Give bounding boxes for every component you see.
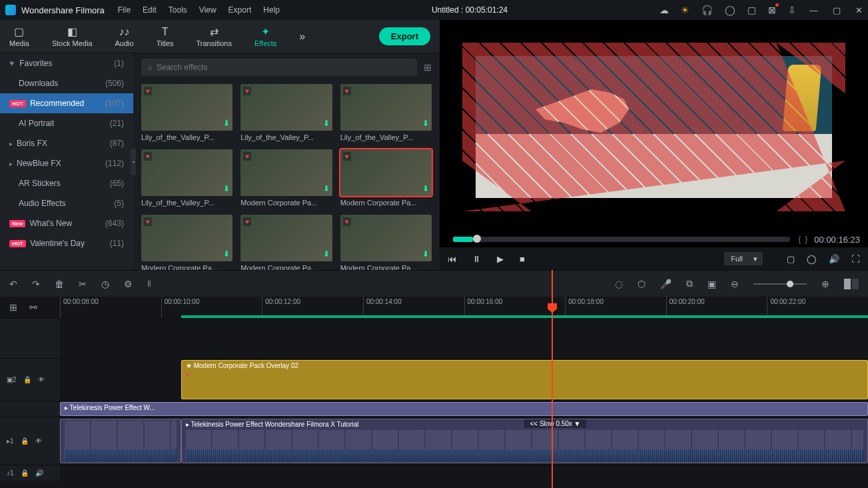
grid-view-icon[interactable]: ⊞ — [424, 62, 432, 73]
download-icon[interactable]: ⬇ — [323, 249, 330, 259]
sidebar-item-ai-portrait[interactable]: AI Portrait(21) — [0, 113, 133, 133]
v1-pre-clip[interactable] — [60, 419, 181, 463]
menu-help[interactable]: Help — [263, 5, 280, 15]
sun-icon[interactable]: ☀ — [681, 5, 689, 15]
tab-more[interactable]: » — [299, 31, 305, 43]
sidebar-item-audio-effects[interactable]: Audio Effects(5) — [0, 193, 133, 213]
asset-item[interactable]: ♥⬇Lily_of_the_Valley_P... — [141, 149, 232, 207]
tab-transitions[interactable]: ⇄Transitions — [197, 25, 232, 47]
undo-button[interactable]: ↶ — [9, 279, 17, 289]
download-icon[interactable]: ⬇ — [422, 119, 429, 128]
adjust-button[interactable]: ⚙ — [124, 279, 133, 289]
asset-item[interactable]: ♥⬇Modern Corporate Pa... — [340, 149, 432, 207]
asset-thumbnail[interactable]: ♥⬇ — [141, 149, 232, 196]
user-icon[interactable]: ◯ — [725, 5, 735, 15]
heart-icon[interactable]: ♥ — [144, 217, 152, 226]
sidebar-item-what-s-new[interactable]: NewWhat's New(643) — [0, 213, 133, 233]
heart-icon[interactable]: ♥ — [343, 217, 351, 226]
zoom-in-button[interactable]: ⊕ — [821, 279, 829, 289]
sidebar-item-downloads[interactable]: Downloads(506) — [0, 73, 133, 93]
download-icon[interactable]: ⬇ — [323, 119, 330, 128]
menu-export[interactable]: Export — [228, 5, 252, 15]
asset-thumbnail[interactable]: ♥⬇ — [340, 149, 432, 196]
display-icon[interactable]: ▢ — [787, 254, 795, 264]
speaker-icon[interactable]: 🔊 — [35, 469, 43, 477]
stop-button[interactable]: ■ — [520, 254, 525, 264]
record-icon[interactable]: 🎤 — [660, 279, 671, 289]
close-button[interactable]: ✕ — [855, 5, 863, 15]
download-icon[interactable]: ⬇ — [223, 184, 230, 193]
tab-effects[interactable]: ✦Effects — [254, 25, 276, 47]
maximize-button[interactable]: ▢ — [833, 5, 841, 15]
view-mode-select[interactable]: Full — [724, 252, 763, 265]
menu-view[interactable]: View — [199, 5, 217, 15]
eye-icon[interactable]: 👁 — [38, 376, 45, 383]
layout-toggle[interactable] — [844, 279, 859, 289]
sidebar-item-newblue-fx[interactable]: ▸NewBlue FX(112) — [0, 153, 133, 173]
sidebar-item-ar-stickers[interactable]: AR Stickers(65) — [0, 173, 133, 193]
sidebar-item-boris-fx[interactable]: ▸Boris FX(87) — [0, 133, 133, 153]
asset-thumbnail[interactable]: ♥⬇ — [240, 149, 332, 196]
marker-icon[interactable]: ⬡ — [638, 279, 646, 289]
heart-icon[interactable]: ♥ — [343, 87, 351, 95]
split-button[interactable]: ✂ — [79, 279, 87, 289]
asset-thumbnail[interactable]: ♥⬇ — [240, 84, 332, 131]
heart-icon[interactable]: ♥ — [343, 152, 351, 161]
tab-media[interactable]: ▢Media — [9, 25, 29, 47]
download-icon[interactable]: ⬇ — [223, 249, 230, 259]
tab-stock-media[interactable]: ◧Stock Media — [52, 25, 93, 47]
export-button[interactable]: Export — [379, 27, 430, 45]
asset-thumbnail[interactable]: ♥⬇ — [340, 215, 432, 261]
sidebar-resize-handle[interactable]: ◂ — [131, 149, 136, 175]
download-icon[interactable]: ⬇ — [323, 184, 330, 193]
search-field[interactable] — [157, 63, 410, 72]
mark-out-icon[interactable]: } — [805, 235, 807, 244]
asset-item[interactable]: ♥⬇Lily_of_the_Valley_P... — [141, 84, 232, 141]
crop-icon[interactable]: ▣ — [707, 279, 716, 289]
asset-thumbnail[interactable]: ♥⬇ — [141, 215, 232, 261]
lock-icon[interactable]: 🔒 — [21, 437, 29, 445]
mail-icon[interactable]: ⊠ — [768, 5, 776, 15]
minimize-button[interactable]: — — [809, 5, 818, 15]
play-pause-button[interactable]: ⏸ — [472, 254, 481, 264]
download-icon[interactable]: ⬇ — [422, 184, 429, 193]
zoom-slider[interactable] — [753, 283, 807, 285]
redo-button[interactable]: ↷ — [32, 279, 40, 289]
asset-item[interactable]: ♥⬇Lily_of_the_Valley_P... — [240, 84, 332, 141]
preview-scrubber[interactable] — [453, 237, 790, 242]
tab-titles[interactable]: TTitles — [157, 26, 174, 47]
menu-edit[interactable]: Edit — [143, 5, 157, 15]
cloud-icon[interactable]: ☁ — [659, 5, 669, 15]
download-icon[interactable]: ⇩ — [788, 5, 796, 15]
v1-upper-clip[interactable]: ▸ Telekinesis Power Effect W... — [60, 402, 868, 416]
link-button[interactable]: ⚯ — [29, 302, 37, 313]
asset-item[interactable]: ♥⬇Modern Corporate Pa... — [240, 149, 332, 207]
heart-icon[interactable]: ♥ — [243, 217, 251, 226]
sidebar-item-valentine-s-day[interactable]: HOTValentine's Day(11) — [0, 233, 133, 253]
zoom-out-button[interactable]: ⊖ — [731, 279, 739, 289]
mixer-icon[interactable]: ⧉ — [686, 278, 693, 289]
v1-main-clip[interactable]: ▸ Telekinesis Power Effect Wondershare F… — [181, 419, 868, 463]
heart-icon[interactable]: ♥ — [144, 87, 152, 95]
menu-tools[interactable]: Tools — [169, 5, 187, 15]
menu-file[interactable]: File — [118, 5, 131, 15]
heart-icon[interactable]: ♥ — [243, 87, 251, 95]
play-button[interactable]: ▶ — [497, 254, 504, 264]
asset-item[interactable]: ♥⬇Modern Corporate Pa... — [141, 215, 232, 270]
speed-button[interactable]: ◷ — [101, 279, 109, 289]
heart-icon[interactable]: ♥ — [144, 152, 152, 161]
step-back-button[interactable]: ⏮ — [448, 254, 456, 264]
search-input[interactable]: ⌕ — [141, 59, 417, 76]
save-icon[interactable]: ▢ — [747, 5, 756, 15]
sidebar-item-favorites[interactable]: ♥Favorites(1) — [0, 53, 133, 73]
asset-item[interactable]: ♥⬇Modern Corporate Pa... — [340, 215, 432, 270]
mark-in-icon[interactable]: { — [798, 235, 801, 244]
heart-icon[interactable]: ♥ — [243, 152, 251, 161]
eye-icon[interactable]: 👁 — [35, 437, 42, 445]
asset-item[interactable]: ♥⬇Lily_of_the_Valley_P... — [340, 84, 432, 141]
lock-icon[interactable]: 🔒 — [23, 376, 31, 383]
download-icon[interactable]: ⬇ — [223, 119, 230, 128]
playhead[interactable] — [552, 270, 553, 488]
fullscreen-icon[interactable]: ⛶ — [851, 254, 860, 264]
sidebar-item-recommended[interactable]: HOTRecommended(107) — [0, 93, 133, 113]
